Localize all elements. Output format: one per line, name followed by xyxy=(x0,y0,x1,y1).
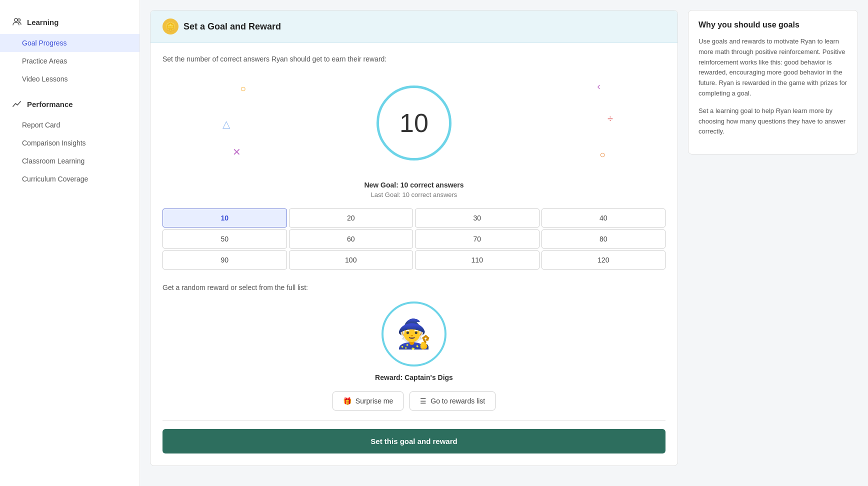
panel-body: Set the number of correct answers Ryan s… xyxy=(150,43,678,466)
number-btn-80[interactable]: 80 xyxy=(542,230,666,248)
goal-circle: 10 xyxy=(376,86,452,160)
goal-circle-container: ○ ‹ △ ÷ ✕ ○ 10 xyxy=(162,73,666,173)
section-divider xyxy=(162,420,666,421)
sidebar-item-goal-progress[interactable]: Goal Progress xyxy=(0,34,140,52)
go-to-rewards-list-button[interactable]: ☰ Go to rewards list xyxy=(410,392,496,410)
rewards-list-label: Go to rewards list xyxy=(430,397,485,405)
learning-section-label: Learning xyxy=(27,18,58,26)
number-btn-10[interactable]: 10 xyxy=(162,208,287,228)
deco-divide: ÷ xyxy=(608,113,613,124)
performance-icon xyxy=(12,99,22,109)
set-goal-label: Set this goal and reward xyxy=(370,437,457,446)
deco-triangle: △ xyxy=(222,118,230,130)
number-btn-110[interactable]: 110 xyxy=(415,250,540,270)
reward-instruction: Get a random reward or select from the f… xyxy=(162,284,666,292)
performance-section-header: Performance xyxy=(0,92,140,116)
reward-actions: 🎁 Surprise me ☰ Go to rewards list xyxy=(162,392,666,410)
svg-point-0 xyxy=(14,18,18,22)
sidebar-item-video-lessons[interactable]: Video Lessons xyxy=(0,70,140,88)
number-btn-100[interactable]: 100 xyxy=(289,250,414,270)
goal-number: 10 xyxy=(400,108,428,138)
new-goal-label: New Goal: 10 correct answers xyxy=(162,181,666,189)
learning-icon xyxy=(12,17,22,27)
right-panel-paragraph2: Set a learning goal to help Ryan learn m… xyxy=(698,106,848,137)
curriculum-coverage-label: Curriculum Coverage xyxy=(22,175,88,183)
learning-section-header: Learning xyxy=(0,10,140,34)
deco-arrow: ‹ xyxy=(597,80,600,92)
deco-cross: ✕ xyxy=(232,146,241,158)
set-goal-button[interactable]: Set this goal and reward xyxy=(162,429,666,454)
right-panel-title: Why you should use goals xyxy=(698,20,848,30)
reward-circle: 🧙 xyxy=(382,302,446,366)
goal-progress-label: Goal Progress xyxy=(22,39,66,47)
number-btn-50[interactable]: 50 xyxy=(162,230,287,248)
sidebar-item-curriculum-coverage[interactable]: Curriculum Coverage xyxy=(0,170,140,188)
number-btn-30[interactable]: 30 xyxy=(415,208,540,228)
reward-character-icon: 🧙 xyxy=(396,318,432,350)
gift-icon: 🎁 xyxy=(343,397,352,405)
svg-point-1 xyxy=(18,19,20,22)
report-card-label: Report Card xyxy=(22,121,60,129)
instruction-text: Set the number of correct answers Ryan s… xyxy=(162,55,666,63)
deco-circle: ○ xyxy=(240,83,246,94)
practice-areas-label: Practice Areas xyxy=(22,57,67,65)
last-goal-label: Last Goal: 10 correct answers xyxy=(162,191,666,198)
number-btn-90[interactable]: 90 xyxy=(162,250,287,270)
comparison-insights-label: Comparison Insights xyxy=(22,139,86,147)
number-btn-70[interactable]: 70 xyxy=(415,230,540,248)
video-lessons-label: Video Lessons xyxy=(22,75,68,83)
classroom-learning-label: Classroom Learning xyxy=(22,157,84,165)
deco-ring: ○ xyxy=(600,149,606,160)
number-btn-120[interactable]: 120 xyxy=(542,250,666,270)
sidebar-item-report-card[interactable]: Report Card xyxy=(0,116,140,134)
number-btn-60[interactable]: 60 xyxy=(289,230,414,248)
number-grid: 102030405060708090100110120 xyxy=(162,208,666,270)
right-panel: Why you should use goals Use goals and r… xyxy=(688,10,858,154)
right-panel-paragraph1: Use goals and rewards to motivate Ryan t… xyxy=(698,36,848,99)
reward-circle-container: 🧙 xyxy=(162,302,666,366)
panel-title: Set a Goal and Reward xyxy=(184,22,281,32)
performance-section-label: Performance xyxy=(27,100,73,108)
center-panel: 🪙 Set a Goal and Reward Set the number o… xyxy=(150,10,678,466)
sidebar: Learning Goal Progress Practice Areas Vi… xyxy=(0,0,140,486)
list-icon: ☰ xyxy=(420,397,426,405)
number-btn-40[interactable]: 40 xyxy=(542,208,666,228)
sidebar-item-comparison-insights[interactable]: Comparison Insights xyxy=(0,134,140,152)
surprise-me-label: Surprise me xyxy=(356,397,393,405)
surprise-me-button[interactable]: 🎁 Surprise me xyxy=(332,392,404,410)
sidebar-item-practice-areas[interactable]: Practice Areas xyxy=(0,52,140,70)
number-btn-20[interactable]: 20 xyxy=(289,208,414,228)
main-content: 🪙 Set a Goal and Reward Set the number o… xyxy=(140,0,868,486)
panel-header: 🪙 Set a Goal and Reward xyxy=(150,10,678,43)
goal-coin-icon: 🪙 xyxy=(162,18,178,34)
reward-label: Reward: Captain's Digs xyxy=(162,374,666,382)
sidebar-item-classroom-learning[interactable]: Classroom Learning xyxy=(0,152,140,170)
